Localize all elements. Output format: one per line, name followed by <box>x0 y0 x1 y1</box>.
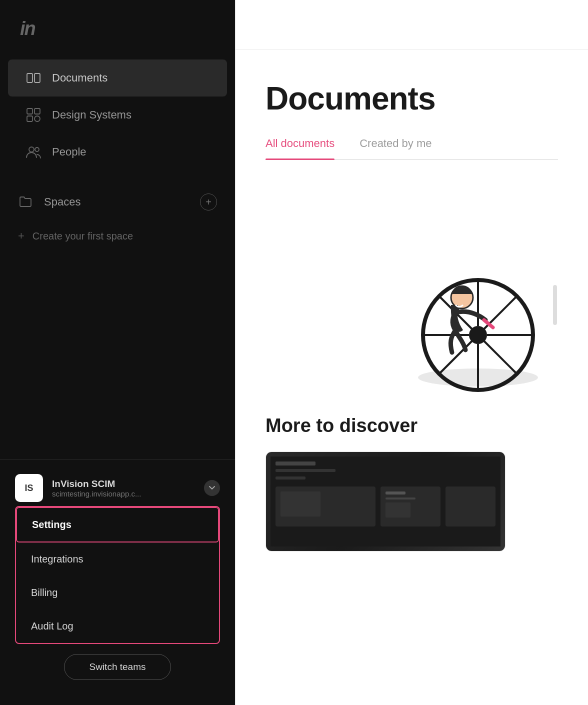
chevron-down-icon[interactable] <box>204 480 220 496</box>
discover-title: More to discover <box>266 415 558 436</box>
audit-log-menu-item[interactable]: Audit Log <box>16 610 219 643</box>
svg-rect-31 <box>386 502 410 518</box>
create-space-label: Create your first space <box>32 230 133 242</box>
people-icon <box>26 144 41 160</box>
main-content: Documents All documents Created by me <box>235 0 588 705</box>
switch-teams-container: Switch teams <box>15 644 220 695</box>
svg-rect-3 <box>34 108 40 114</box>
documents-label: Documents <box>52 72 108 84</box>
design-systems-label: Design Systems <box>52 108 132 122</box>
illustration-svg <box>358 185 558 395</box>
svg-rect-22 <box>276 462 316 466</box>
svg-rect-4 <box>27 116 32 122</box>
tabs-container: All documents Created by me <box>266 137 558 160</box>
svg-rect-0 <box>27 74 32 82</box>
spaces-label: Spaces <box>44 196 80 208</box>
svg-rect-29 <box>386 492 406 494</box>
integrations-menu-item[interactable]: Integrations <box>16 542 219 576</box>
svg-rect-24 <box>276 476 306 480</box>
svg-point-5 <box>34 116 40 122</box>
svg-rect-27 <box>446 486 496 526</box>
team-section: IS InVision SCIM scimtesting.invisionapp… <box>0 460 235 705</box>
create-space-plus-icon: + <box>18 230 24 242</box>
spaces-header: Spaces + <box>8 182 227 222</box>
tab-created-by-me[interactable]: Created by me <box>360 137 432 159</box>
tab-all-documents[interactable]: All documents <box>266 137 334 159</box>
documents-icon <box>26 70 41 86</box>
sidebar-nav: Documents Design Systems <box>0 54 235 460</box>
team-url: scimtesting.invisionapp.c... <box>52 490 195 498</box>
svg-rect-28 <box>280 492 320 516</box>
main-body: Documents All documents Created by me <box>236 50 588 705</box>
sidebar-item-people[interactable]: People <box>8 134 227 170</box>
illustration-area <box>266 185 558 395</box>
spaces-icon <box>18 194 33 210</box>
billing-menu-item[interactable]: Billing <box>16 576 219 610</box>
svg-point-6 <box>29 147 34 152</box>
people-label: People <box>52 146 86 158</box>
svg-rect-2 <box>27 108 32 114</box>
page-title: Documents <box>266 80 558 117</box>
team-info[interactable]: IS InVision SCIM scimtesting.invisionapp… <box>15 470 220 506</box>
main-header <box>236 0 588 50</box>
card-image <box>266 452 505 551</box>
create-space-button[interactable]: + Create your first space <box>8 222 227 250</box>
sidebar-item-design-systems[interactable]: Design Systems <box>8 96 227 134</box>
svg-rect-23 <box>276 469 336 472</box>
svg-rect-1 <box>34 74 40 82</box>
sidebar-item-documents[interactable]: Documents <box>8 60 227 96</box>
dropdown-menu: Settings Integrations Billing Audit Log <box>15 506 220 644</box>
team-avatar: IS <box>15 474 43 502</box>
svg-rect-30 <box>386 498 416 500</box>
switch-teams-button[interactable]: Switch teams <box>64 654 172 680</box>
discover-section: More to discover <box>266 395 558 552</box>
team-name: InVision SCIM <box>52 478 195 490</box>
sidebar: in Documents Design Systems <box>0 0 235 705</box>
app-logo: in <box>0 0 235 54</box>
team-details: InVision SCIM scimtesting.invisionapp.c.… <box>52 478 195 498</box>
svg-point-7 <box>35 148 39 152</box>
design-systems-icon <box>26 108 41 122</box>
spaces-add-button[interactable]: + <box>200 194 217 210</box>
logo-text: in <box>20 18 35 39</box>
discover-card[interactable] <box>266 452 506 552</box>
settings-menu-item[interactable]: Settings <box>16 507 219 542</box>
spaces-section: Spaces + + Create your first space <box>0 182 235 250</box>
